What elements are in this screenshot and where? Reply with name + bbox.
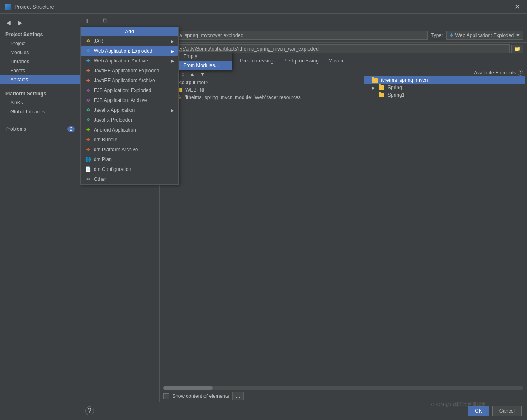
toolbar: + − ⧉ Add ❖ JAR ▶ ❖ Web Application: Exp… (80, 14, 527, 28)
struct-down-btn[interactable]: ▼ (198, 70, 207, 78)
menu-item-javafx-preloader[interactable]: ❖ JavaFx Preloader (81, 115, 178, 125)
sidebar-item-modules[interactable]: Modules (0, 48, 80, 57)
sidebar-item-facets[interactable]: Facets (0, 66, 80, 75)
artifact-header: Type: ❖ Web Application: Exploded ▼ (160, 28, 527, 43)
folder-icon-spring (379, 85, 384, 90)
sidebar-item-problems[interactable]: Problems 2 (0, 125, 80, 134)
artifact-name-input[interactable] (163, 31, 428, 40)
menu-item-javafx-app[interactable]: ❖ JavaFx Application ▶ (81, 105, 178, 115)
menu-item-dm-plan[interactable]: 🌐 dm Plan (81, 155, 178, 164)
sidebar: ◀ ▶ Project Settings Project Modules Lib… (0, 14, 80, 420)
menu-item-web-archive[interactable]: ❖ Web Application: Archive ▶ (81, 56, 178, 66)
type-dropdown[interactable]: ❖ Web Application: Exploded ▼ (446, 31, 523, 40)
submenu-arrow-2: ▶ (171, 49, 174, 53)
tree-arrow-spring: ▶ (372, 85, 377, 90)
submenu-item-from-modules[interactable]: From Modules... (179, 61, 232, 70)
dm-config-icon: 📄 (85, 166, 91, 173)
structure-left: + − ↕ ▲ ▼ <output root> (160, 67, 362, 385)
scrollbar-track (163, 386, 523, 390)
other-icon: ❖ (85, 176, 91, 182)
menu-item-web-exploded[interactable]: ❖ Web Application: Exploded ▶ (81, 46, 178, 56)
browse-button[interactable]: 📁 (511, 45, 523, 53)
tree-item-spring[interactable]: ▶ Spring (364, 84, 525, 91)
javaee-exploded-icon: ❖ (85, 67, 91, 74)
add-dropdown-menu: Add ❖ JAR ▶ ❖ Web Application: Exploded … (80, 27, 179, 185)
tree-item-output-root[interactable]: <output root> (162, 79, 360, 86)
type-icon: ❖ (449, 32, 454, 38)
help-button[interactable]: ? (85, 406, 94, 415)
folder-icon-spring1 (379, 93, 384, 97)
app-icon (5, 4, 11, 10)
menu-item-other[interactable]: ❖ Other (81, 174, 178, 184)
submenu-item-empty[interactable]: Empty (179, 52, 232, 61)
submenu-arrow-3: ▶ (171, 59, 174, 63)
platform-settings-header: Platform Settings (0, 88, 80, 98)
submenu-arrow: ▶ (171, 39, 174, 44)
menu-item-dm-bundle[interactable]: ❖ dm Bundle (81, 135, 178, 145)
dm-plan-icon: 🌐 (85, 156, 91, 163)
sidebar-item-artifacts[interactable]: Artifacts (0, 75, 80, 84)
close-button[interactable]: ✕ (512, 2, 522, 12)
tree-item-spring1[interactable]: Spring1 (364, 91, 525, 99)
bottom-bar: Show content of elements ... (160, 390, 527, 402)
dm-bundle-icon: ❖ (85, 136, 91, 143)
folder-icon-itheima (372, 78, 378, 83)
add-button[interactable]: + (83, 16, 90, 25)
dotdot-button[interactable]: ... (232, 392, 244, 400)
dm-platform-icon: ❖ (85, 146, 91, 153)
menu-item-android-app[interactable]: ❖ Android Application (81, 125, 178, 135)
panel-area: + − ⧉ Add ❖ JAR ▶ ❖ Web Application: Exp… (80, 14, 527, 420)
window-title: Project Structure (14, 4, 54, 10)
ok-button[interactable]: OK (468, 406, 489, 416)
tree-item-web-inf[interactable]: ▶ WEB-INF (162, 86, 360, 94)
menu-item-jar[interactable]: ❖ JAR ▶ (81, 36, 178, 46)
available-header: Available Elements ? (364, 69, 525, 76)
type-label: Type: (431, 32, 443, 38)
structure-toolbar: + − ↕ ▲ ▼ (162, 69, 360, 79)
tree-item-itheima[interactable]: itheima_spring_mvcn (364, 76, 525, 84)
web-exploded-icon: ❖ (85, 48, 91, 54)
tab-maven[interactable]: Maven (324, 55, 348, 67)
menu-item-dm-config[interactable]: 📄 dm Configuration (81, 164, 178, 174)
sidebar-item-sdks[interactable]: SDKs (0, 98, 80, 107)
tab-post-processing[interactable]: Post-processing (278, 55, 324, 67)
jar-icon: ❖ (85, 38, 91, 44)
remove-button[interactable]: − (92, 16, 99, 25)
title-bar: Project Structure ✕ (0, 0, 527, 14)
dropdown-arrow: ▼ (515, 32, 520, 38)
structure-right: Available Elements ? itheima_spring_mvcn… (362, 67, 527, 385)
horizontal-scrollbar[interactable] (160, 385, 527, 390)
struct-up-btn[interactable]: ▲ (187, 70, 196, 78)
struct-sort-btn[interactable]: ↕ (180, 70, 186, 78)
project-settings-header: Project Settings (0, 28, 80, 39)
submenu-web-exploded: Empty From Modules... (179, 51, 232, 70)
web-archive-icon: ❖ (85, 58, 91, 64)
android-app-icon: ❖ (85, 127, 91, 133)
sidebar-item-libraries[interactable]: Libraries (0, 57, 80, 66)
show-content-checkbox[interactable] (163, 393, 169, 399)
menu-item-javaee-exploded[interactable]: ❖ JavaEE Application: Exploded (81, 66, 178, 76)
scrollbar-thumb[interactable] (163, 386, 213, 390)
type-value: Web Application: Exploded (455, 32, 514, 38)
sidebar-item-project[interactable]: Project (0, 39, 80, 48)
structure-area: + − ↕ ▲ ▼ <output root> (160, 67, 527, 385)
cancel-button[interactable]: Cancel (492, 406, 522, 416)
menu-item-ejb-exploded[interactable]: ❖ EJB Application: Exploded (81, 85, 178, 95)
show-content-label: Show content of elements (172, 393, 229, 399)
back-button[interactable]: ◀ (4, 18, 13, 27)
forward-button[interactable]: ▶ (16, 18, 25, 27)
menu-item-javaee-archive[interactable]: ❖ JavaEE Application: Archive (81, 76, 178, 85)
title-bar-left: Project Structure (5, 4, 54, 10)
action-bar: ? OK Cancel (80, 402, 527, 420)
tab-pre-processing[interactable]: Pre-processing (235, 55, 278, 67)
ejb-archive-icon: ❖ (85, 97, 91, 104)
javafx-app-icon: ❖ (85, 107, 91, 113)
copy-button[interactable]: ⧉ (101, 16, 109, 25)
menu-item-ejb-archive[interactable]: ❖ EJB Application: Archive (81, 95, 178, 105)
sidebar-item-global-libraries[interactable]: Global Libraries (0, 107, 80, 116)
menu-item-dm-platform[interactable]: ❖ dm Platform Archive (81, 145, 178, 155)
problems-badge: 2 (67, 126, 75, 132)
ejb-exploded-icon: ❖ (85, 87, 91, 94)
tree-item-module-web[interactable]: ▶ ⚙ 'itheima_spring_mvcn' module: 'Web' … (162, 94, 360, 101)
help-icon-small: ? (518, 70, 523, 76)
